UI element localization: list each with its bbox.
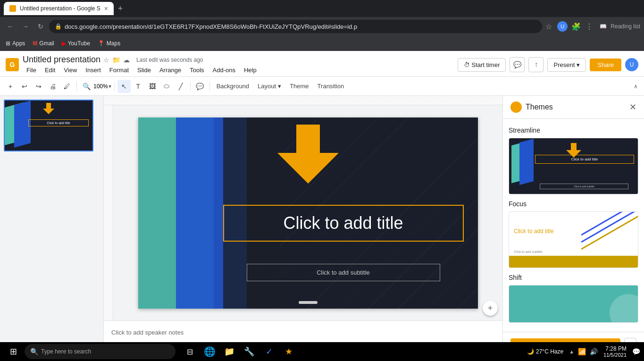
separator-2	[114, 82, 115, 91]
slide-thumbnail-1[interactable]: Click to add title	[4, 100, 93, 151]
zoom-out-button[interactable]: 🔍	[80, 80, 93, 93]
menu-file[interactable]: File	[23, 66, 40, 75]
toolbar-collapse-button[interactable]: ∧	[631, 82, 640, 91]
resize-handle[interactable]	[299, 301, 318, 304]
user-avatar[interactable]: U	[625, 58, 638, 71]
activity-icon[interactable]: ↑	[528, 57, 544, 72]
star-title-icon[interactable]: ☆	[103, 56, 109, 64]
menu-edit[interactable]: Edit	[41, 66, 59, 75]
menu-view[interactable]: View	[60, 66, 81, 75]
bookmark-apps[interactable]: ⊞ Apps	[6, 40, 25, 47]
themes-close-button[interactable]: ✕	[629, 102, 636, 112]
menu-addons[interactable]: Add-ons	[209, 66, 239, 75]
separator-4	[209, 82, 210, 91]
file-explorer-icon[interactable]: 📁	[221, 343, 238, 360]
title-text-box[interactable]: Click to add title	[223, 205, 464, 242]
comment-button[interactable]: 💬	[510, 57, 525, 72]
bookmark-gmail[interactable]: M Gmail	[33, 40, 54, 47]
redo-button[interactable]: ↪	[32, 80, 45, 93]
menu-slide[interactable]: Slide	[134, 66, 155, 75]
chrome-icon[interactable]: 🌐	[201, 343, 218, 360]
speaker-notes-area[interactable]: Click to add speaker notes	[104, 320, 502, 344]
paintformat-button[interactable]: 🖊	[60, 80, 74, 93]
layout-label: Layout	[258, 83, 276, 90]
focus-theme-preview[interactable]: Click to add title Click to add subtitle	[509, 211, 638, 268]
star-icon[interactable]: ☆	[544, 22, 553, 31]
menu-tools[interactable]: Tools	[186, 66, 208, 75]
start-button[interactable]: ⊞	[4, 344, 23, 359]
network-icon[interactable]: 📶	[578, 348, 586, 355]
tab-bar: Untitled presentation - Google S × +	[0, 0, 644, 17]
refresh-button[interactable]: ↻	[34, 20, 47, 33]
presentation-title[interactable]: Untitled presentation	[23, 55, 100, 65]
arrow-head	[277, 153, 339, 184]
profile-icon[interactable]: U	[557, 21, 568, 32]
address-bar[interactable]: 🔒 docs.google.com/presentation/d/1eGTXE6…	[49, 20, 542, 33]
slide-title[interactable]: Click to add title	[232, 213, 455, 233]
extensions-icon[interactable]: 🧩	[571, 22, 581, 31]
reading-list-label[interactable]: Reading list	[611, 23, 640, 30]
themes-panel: Themes ✕ Streamline	[502, 96, 644, 361]
task-view-button[interactable]: ⊟	[181, 343, 198, 360]
print-button[interactable]: 🖨	[46, 80, 59, 93]
add-button[interactable]: +	[4, 80, 17, 93]
active-tab[interactable]: Untitled presentation - Google S ×	[4, 2, 114, 15]
theme-label: Theme	[290, 83, 309, 90]
tab-close-button[interactable]: ×	[104, 5, 108, 12]
menu-format[interactable]: Format	[106, 66, 133, 75]
cloud-icon[interactable]: ☁	[123, 56, 130, 64]
menu-help[interactable]: Help	[240, 66, 260, 75]
menu-insert[interactable]: Insert	[82, 66, 105, 75]
zoom-level[interactable]: 100%	[93, 83, 108, 90]
new-tab-button[interactable]: +	[114, 2, 127, 15]
menu-icon[interactable]: ⋮	[585, 22, 594, 31]
back-button[interactable]: ←	[4, 20, 17, 33]
shift-theme-preview[interactable]	[509, 285, 638, 323]
cursor-tool[interactable]: ↖	[117, 80, 131, 93]
thumb-title-box: Click to add title	[28, 119, 89, 126]
start-timer-button[interactable]: ⏱ Start timer	[458, 58, 506, 72]
streamline-theme-preview[interactable]: Click to add title Click to add subtitle	[509, 138, 638, 194]
image-tool[interactable]: 🖼	[146, 80, 159, 93]
text-tool[interactable]: T	[132, 80, 145, 93]
slide-subtitle[interactable]: Click to add subtitle	[257, 269, 430, 276]
taskbar-search-bar[interactable]: 🔍 Type here to search	[25, 344, 176, 359]
present-button[interactable]: Present ▾	[547, 58, 586, 72]
slide-item-1[interactable]: 1 Click to add title	[4, 100, 100, 151]
maps-icon: 📍	[98, 40, 105, 47]
present-label: Present	[553, 61, 575, 68]
slide-canvas[interactable]: Click to add title Click to add subtitle	[138, 118, 478, 309]
taskbar-clock[interactable]: 7:28 PM 11/5/2021	[603, 345, 627, 358]
subtitle-text-box[interactable]: Click to add subtitle	[247, 264, 440, 281]
speaker-notes-placeholder[interactable]: Click to add speaker notes	[111, 329, 184, 336]
line-tool[interactable]: ╱	[174, 80, 187, 93]
comment-tool[interactable]: 💬	[193, 80, 207, 93]
menu-arrange[interactable]: Arrange	[156, 66, 185, 75]
bookmark-youtube[interactable]: ▶ YouTube	[62, 40, 90, 47]
theme-button[interactable]: Theme	[286, 80, 312, 93]
transition-button[interactable]: Transition	[314, 80, 348, 93]
fp-subtitle-text: Click to add subtitle	[514, 250, 543, 253]
add-icon-button[interactable]: +	[483, 301, 498, 316]
weather-text: 27°C Haze	[536, 348, 563, 355]
taskbar-right: 🌙 27°C Haze ▲ 📶 🔊 7:28 PM 11/5/2021 💬	[527, 345, 640, 358]
shape-tool[interactable]: ⬭	[160, 80, 173, 93]
shift-circle	[610, 294, 638, 322]
orange-arrow	[277, 125, 339, 184]
background-button[interactable]: Background	[213, 80, 253, 93]
app2-icon[interactable]: ✓	[260, 343, 277, 360]
zoom-dropdown-icon[interactable]: ▾	[109, 83, 111, 90]
notification-icon[interactable]: 💬	[632, 348, 640, 355]
folder-icon[interactable]: 📁	[112, 56, 120, 64]
share-button[interactable]: Share	[590, 59, 621, 71]
forward-button[interactable]: →	[19, 20, 32, 33]
tray-icon1[interactable]: ▲	[569, 349, 574, 354]
volume-icon[interactable]: 🔊	[590, 348, 598, 355]
app1-icon[interactable]: 🔧	[241, 343, 258, 360]
bookmark-maps[interactable]: 📍 Maps	[98, 40, 120, 47]
reading-list-icon[interactable]: 📖	[600, 23, 607, 30]
undo-button[interactable]: ↩	[18, 80, 31, 93]
layout-button[interactable]: Layout ▾	[254, 80, 285, 93]
app3-icon[interactable]: ★	[280, 343, 297, 360]
slide-canvas-area[interactable]: Click to add title Click to add subtitle…	[113, 105, 502, 320]
